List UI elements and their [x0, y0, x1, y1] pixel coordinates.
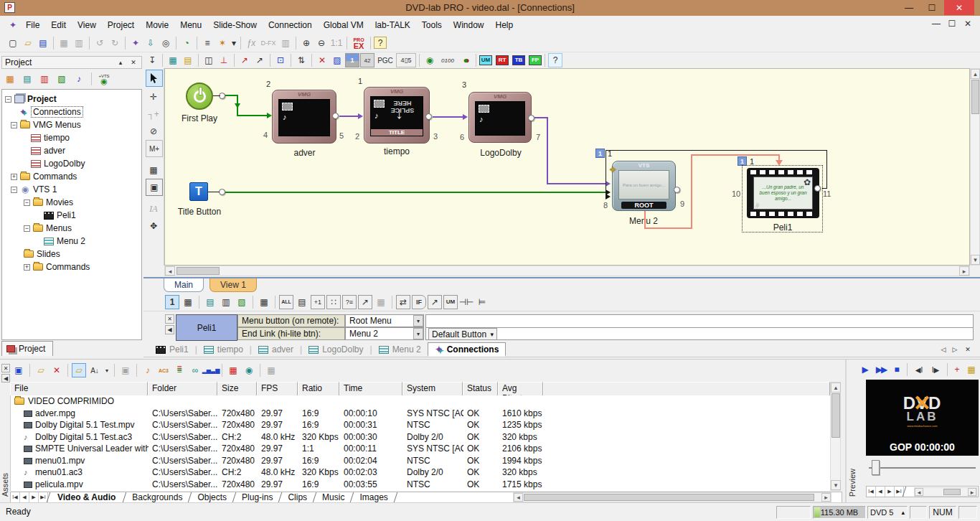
default-button-select[interactable]: Default Button ▾: [428, 328, 497, 340]
close-panel-icon[interactable]: ✕: [128, 57, 138, 67]
copy-icon[interactable]: ▦: [57, 36, 71, 50]
logodolby-output-port[interactable]: [528, 115, 534, 121]
asset-row[interactable]: menu01.mpv C:\Users\Saber... 720x480 29.…: [11, 455, 830, 467]
restore-icon[interactable]: ☐: [923, 1, 941, 14]
wizard-icon[interactable]: ✶: [215, 36, 230, 50]
transcode-icon[interactable]: ◉: [242, 363, 256, 377]
tree-item-peli1[interactable]: Peli1: [57, 210, 76, 220]
logodolby-node[interactable]: VMG ♪: [468, 92, 532, 143]
asset-row[interactable]: SMPTE Universal Leader with ... C:\Users…: [11, 443, 830, 455]
show-all-icon[interactable]: ALL: [279, 295, 293, 309]
scroll-right-icon[interactable]: ▸: [968, 488, 976, 496]
help-mode-icon[interactable]: ?: [548, 53, 562, 67]
minimize-icon[interactable]: —: [900, 1, 918, 14]
properties-list-icon[interactable]: ?≡: [342, 295, 357, 309]
first-play-node[interactable]: [186, 83, 213, 110]
tab-images[interactable]: Images: [352, 492, 395, 502]
tiempo-node[interactable]: VMG ♪ SPLICE HERE ↓ TITLE: [364, 87, 430, 144]
scroll-up-icon[interactable]: ▴: [971, 69, 980, 79]
sort-dropdown-icon[interactable]: ▾: [103, 363, 110, 377]
expander-icon[interactable]: −: [24, 225, 30, 232]
tree-item-connections[interactable]: Connections: [31, 106, 83, 118]
movie-frame-icon[interactable]: ▦: [181, 295, 195, 309]
delete-asset-icon[interactable]: ✕: [50, 363, 64, 377]
rt-icon[interactable]: RT: [496, 55, 509, 65]
auto-arrange-icon[interactable]: ◫: [202, 53, 216, 67]
sort-az-icon[interactable]: A↓: [88, 363, 102, 377]
page-1-button[interactable]: 1: [165, 295, 179, 309]
prop-row2-value[interactable]: Menu 2: [345, 327, 424, 340]
wizard-dropdown-icon[interactable]: ▾: [230, 36, 237, 50]
asset-row[interactable]: Dolby Digital 5.1 Test.mpv C:\Users\Sabe…: [11, 419, 830, 431]
asset-row[interactable]: pelicula.mpv C:\Users\Saber... 720x480 2…: [11, 479, 830, 491]
scroll-left-icon[interactable]: ◂: [165, 266, 175, 276]
add-vm-menu-icon[interactable]: ▥: [37, 72, 52, 86]
play-icon[interactable]: ▶: [859, 362, 871, 377]
add-movie-icon[interactable]: ▦: [3, 72, 17, 86]
collapse-assets-icon[interactable]: ◀: [1, 374, 10, 382]
um-icon[interactable]: UM: [479, 55, 492, 65]
menu-tools[interactable]: Tools: [416, 18, 448, 32]
menu-globalvm[interactable]: Global VM: [318, 18, 369, 32]
zoom-100-icon[interactable]: 1:1: [329, 36, 344, 50]
align-connections-icon[interactable]: ⊥: [217, 53, 231, 67]
canvas-hscrollbar[interactable]: ◂ ▸: [164, 266, 970, 276]
add-slideshow-icon[interactable]: ▧: [55, 72, 69, 86]
vm-menu-page-icon[interactable]: ▥: [219, 295, 233, 309]
preview-window-icon[interactable]: ▣: [11, 363, 26, 377]
tree-item-movies[interactable]: Movies: [46, 197, 73, 207]
burn-icon[interactable]: ◉: [423, 53, 437, 67]
swap-links-icon[interactable]: ⇄: [396, 295, 410, 309]
properties-target[interactable]: Peli1: [176, 314, 237, 341]
close-icon[interactable]: ✕: [944, 0, 974, 15]
prev-frame-icon[interactable]: ◀I: [912, 362, 926, 377]
tab-view1[interactable]: View 1: [209, 278, 257, 292]
um-page-icon[interactable]: UM: [443, 295, 458, 309]
jump-target-icon[interactable]: ↗: [358, 295, 372, 309]
dither-icon[interactable]: ∷: [326, 295, 341, 309]
connections-view-icon[interactable]: ✦: [128, 36, 143, 50]
import-file-icon[interactable]: ▱: [34, 363, 48, 377]
vts-flag-icon[interactable]: 42: [360, 53, 374, 67]
tree-item-slides[interactable]: Slides: [37, 249, 60, 259]
doc-tab-connections[interactable]: ✦ Connections: [428, 342, 507, 357]
doc-tab-peli1[interactable]: Peli1: [149, 342, 195, 357]
film-preview-icon[interactable]: ▦: [964, 362, 979, 377]
canvas-vscrollbar[interactable]: ▴ ▾: [970, 68, 980, 266]
menu-page-icon[interactable]: ▤: [203, 295, 217, 309]
tab-clips[interactable]: Clips: [281, 492, 314, 502]
stop-icon[interactable]: ■: [891, 362, 903, 377]
simulation-grid-icon[interactable]: ▦: [166, 53, 180, 67]
next-frame-icon[interactable]: I▶: [928, 362, 943, 377]
playlist-icon[interactable]: ≡: [200, 36, 215, 50]
add-audio-icon[interactable]: ♪: [72, 72, 86, 86]
component-map-tool-icon[interactable]: ▣: [146, 179, 163, 196]
plug-connector-icon[interactable]: ⊣⊢: [459, 295, 473, 309]
disc-type-select[interactable]: DVD 5 ▴: [867, 506, 908, 519]
row2-dropdown-icon[interactable]: ▾: [413, 328, 423, 339]
add-menu-icon[interactable]: ▤: [20, 72, 34, 86]
hbar-connector-icon[interactable]: ⊨: [475, 295, 489, 309]
scroll-down-icon[interactable]: ▾: [831, 480, 841, 490]
expander-icon[interactable]: +: [24, 264, 30, 271]
redo-icon[interactable]: ↻: [108, 36, 122, 50]
undo-icon[interactable]: ↺: [93, 36, 107, 50]
tab-main[interactable]: Main: [164, 278, 204, 292]
preview-glasses-icon[interactable]: ∞: [188, 363, 202, 377]
chapter-marker-icon[interactable]: +: [952, 362, 962, 377]
slider-thumb[interactable]: [872, 460, 880, 475]
if-command-icon[interactable]: IF: [412, 295, 426, 309]
menu-edit[interactable]: Edit: [45, 18, 72, 32]
import-ac3-icon[interactable]: AC3: [156, 363, 171, 377]
child-minimize-icon[interactable]: —: [930, 18, 943, 29]
tree-item-adver[interactable]: adver: [44, 146, 65, 156]
demux-icon[interactable]: ▦: [226, 363, 240, 377]
new-project-icon[interactable]: ▢: [6, 36, 20, 50]
expander-icon[interactable]: −: [11, 187, 17, 193]
preview-hscrollbar[interactable]: ◂ ▸: [914, 487, 977, 497]
menu-view[interactable]: View: [72, 18, 102, 32]
add-one-icon[interactable]: +1: [311, 295, 325, 309]
tiempo-output-port[interactable]: [425, 113, 432, 120]
import-asset-icon[interactable]: ⇩: [143, 36, 158, 50]
frame-index-icon[interactable]: ▦: [264, 363, 278, 377]
